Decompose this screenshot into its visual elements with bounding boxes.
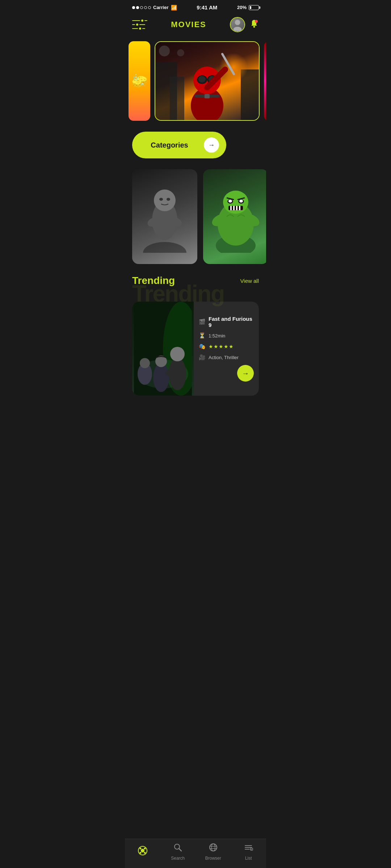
movie-card-hulk[interactable]: 🎬 HULK 🏷 $136.5 🎭 ★ (203, 169, 266, 264)
categories-label: Categories (139, 141, 199, 149)
svg-point-41 (140, 358, 150, 368)
trending-genre-row: 🎥 Action, Thriller (199, 354, 254, 361)
film-reel-icon (138, 846, 148, 856)
slider-line-2b (139, 24, 145, 25)
slider-knob-3 (139, 27, 141, 30)
signal-dot-1 (132, 6, 135, 9)
browser-nav-icon (209, 843, 218, 854)
slider-knob-2 (136, 24, 138, 26)
carousel-item-deadpool[interactable] (155, 41, 260, 121)
trending-duration: 1:52min (209, 333, 225, 339)
deadpool-character (175, 48, 240, 120)
slider-row-3 (132, 27, 147, 30)
featured-carousel: 🧽 (125, 38, 266, 128)
trending-rating-row: 🎭 ★★★★★ (199, 343, 254, 350)
svg-rect-13 (205, 94, 210, 98)
bottom-spacer (125, 403, 266, 435)
avatar[interactable] (230, 17, 245, 32)
svg-point-49 (139, 848, 141, 850)
svg-point-48 (141, 849, 144, 852)
arrow-symbol: → (208, 141, 215, 149)
categories-section: Categories → (125, 128, 266, 166)
filter-sliders-icon (132, 20, 147, 30)
filter-button[interactable] (132, 20, 147, 30)
trending-movie-poster (132, 302, 194, 396)
svg-line-54 (179, 849, 182, 851)
slider-line-1 (132, 20, 140, 21)
categories-button[interactable]: Categories → (132, 132, 226, 158)
header-right (230, 17, 259, 32)
list-nav-label: List (245, 856, 252, 861)
signal-dot-2 (136, 6, 139, 9)
trending-poster-inner (132, 302, 194, 396)
carousel-item-sponge[interactable]: 🧽 (129, 41, 150, 121)
battery-percent: 20% (237, 5, 247, 10)
svg-point-56 (211, 844, 215, 851)
movies-grid: 🎬 FF9 🏷 $236.5 🎭 ★ (125, 166, 266, 271)
svg-point-25 (223, 191, 248, 214)
list-svg-icon (244, 843, 253, 852)
trending-stars: ★★★★★ (209, 344, 234, 349)
svg-point-16 (143, 242, 186, 253)
slider-line-2 (132, 24, 135, 25)
trending-featured-card[interactable]: 🎬 Fast and Furious 9 ⏳ 1:52min 🎭 ★★★★★ 🎥… (132, 302, 259, 396)
nav-item-browser[interactable]: Browser (201, 843, 226, 861)
search-nav-label: Search (171, 856, 185, 861)
view-all-link[interactable]: View all (240, 278, 259, 284)
hulk-poster-svg (209, 180, 263, 253)
trending-section: Trending View all Trending (125, 271, 266, 403)
avatar-image (231, 18, 244, 31)
search-nav-icon (173, 843, 182, 854)
search-svg-icon (173, 843, 182, 852)
svg-point-18 (154, 190, 176, 211)
clock-icon: ⏳ (199, 332, 206, 339)
battery-icon (249, 5, 259, 10)
svg-point-52 (144, 852, 146, 854)
trending-movie-info: 🎬 Fast and Furious 9 ⏳ 1:52min 🎭 ★★★★★ 🎥… (194, 302, 259, 396)
svg-point-10 (198, 76, 206, 82)
avatar-svg (231, 18, 244, 31)
svg-point-51 (139, 852, 141, 854)
svg-point-42 (153, 363, 169, 392)
page-title: MOVIES (171, 20, 206, 29)
slider-row-1 (132, 20, 147, 22)
bottom-navigation: Search Browser List (125, 839, 266, 868)
notification-bell-icon[interactable] (249, 19, 259, 30)
categories-arrow-icon: → (204, 137, 219, 153)
trending-movie-name: Fast and Furious 9 (209, 316, 254, 328)
hulk-poster (203, 169, 266, 264)
ff9-poster (132, 169, 197, 264)
ff9-trending-svg (134, 302, 192, 396)
svg-point-28 (228, 200, 232, 203)
svg-point-45 (170, 347, 185, 361)
nav-item-search[interactable]: Search (165, 843, 190, 861)
bell-svg (249, 19, 259, 28)
slider-knob-1 (141, 20, 143, 22)
nav-item-list[interactable]: List (236, 843, 261, 861)
trending-movie-title-row: 🎬 Fast and Furious 9 (199, 316, 254, 328)
svg-point-4 (253, 26, 255, 28)
trending-genres: Action, Thriller (209, 355, 239, 360)
carrier-label: Carrier (153, 5, 169, 10)
movie-card-ff9[interactable]: 🎬 FF9 🏷 $236.5 🎭 ★ (132, 169, 197, 264)
status-right: 20% (237, 5, 259, 10)
status-time: 9:41 AM (197, 4, 217, 10)
status-bar: Carrier 📶 9:41 AM 20% (125, 0, 266, 13)
carousel-item-villain[interactable]: 👹 (264, 41, 266, 121)
svg-point-3 (234, 27, 241, 31)
slider-line-3b (142, 28, 145, 29)
slider-line-3 (132, 28, 138, 29)
svg-point-29 (239, 200, 243, 203)
trending-arrow-button[interactable]: → (237, 365, 254, 382)
svg-point-50 (144, 848, 146, 850)
slider-row-2 (132, 24, 147, 26)
svg-point-5 (255, 20, 258, 23)
globe-svg-icon (209, 843, 218, 852)
signal-dot-5 (148, 6, 151, 9)
trending-duration-row: ⏳ 1:52min (199, 332, 254, 339)
svg-point-55 (210, 844, 217, 851)
ff9-poster-svg (138, 180, 192, 253)
list-nav-icon (244, 843, 253, 854)
nav-item-home[interactable] (130, 846, 155, 858)
svg-point-22 (167, 198, 170, 201)
